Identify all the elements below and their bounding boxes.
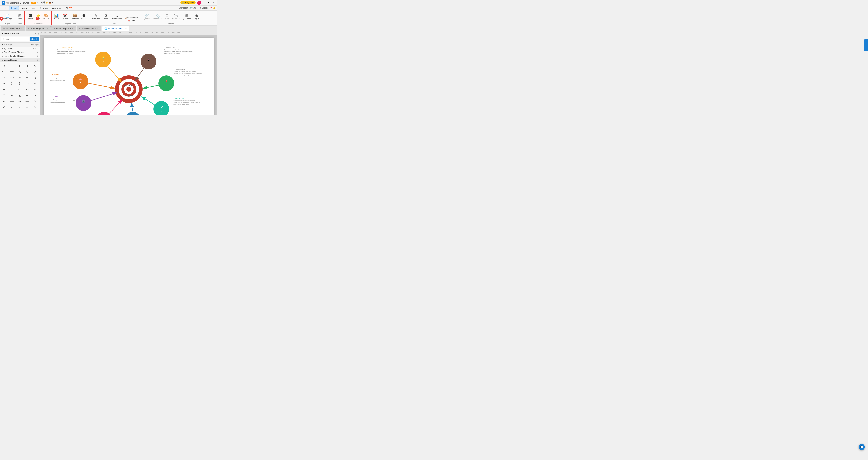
menu-ai[interactable]: AI hot [64, 6, 73, 10]
arrow-shape-35[interactable]: ↰ [32, 98, 38, 104]
my-library-export-btn[interactable]: ↖ [33, 48, 35, 50]
redo-button[interactable]: ↪ [40, 1, 42, 4]
arrow-shape-39[interactable]: ⬐ [24, 104, 31, 110]
save-button[interactable]: 💾 [42, 1, 45, 4]
menu-design[interactable]: Design [19, 6, 29, 10]
attachment-button[interactable]: 📎 Attachment [152, 11, 163, 22]
tab-arrow-diagram-4[interactable]: Arrow diagram 4 ✕ [76, 26, 101, 31]
help-button[interactable]: ❓ [210, 7, 212, 9]
my-library-close-btn[interactable]: ✕ [37, 48, 39, 50]
share-button[interactable]: 🔗 Share [189, 7, 197, 9]
close-button[interactable]: ✕ [212, 1, 215, 4]
plugin-button[interactable]: 🔌 Plug-in [192, 11, 200, 22]
arrow-shape-17[interactable]: ⟫ [9, 81, 15, 86]
tab-arrow-diagram-3[interactable]: Arrow Diagram 3 ✕ [51, 26, 76, 31]
menu-symbols[interactable]: Symbols [38, 6, 50, 10]
arrow-shape-21[interactable]: ↦ [1, 87, 7, 92]
arrow-shape-28[interactable]: ◩ [17, 93, 23, 98]
qr-codes-button[interactable]: ▦ QR Codes [182, 11, 192, 22]
arrow-shape-38[interactable]: ↳ [17, 104, 23, 110]
basic-drawing-shapes-row[interactable]: ▶ Basic Drawing Shapes ✕ [0, 50, 40, 54]
clipart-button[interactable]: 🎨 Clipart [42, 11, 50, 22]
arrow-shape-6[interactable]: ⟵ [1, 69, 7, 74]
hyperlink-button[interactable]: 🔗 Hyperlink [142, 11, 152, 22]
arrow-shape-3[interactable]: ⬇ [17, 63, 23, 68]
arrow-shape-19[interactable]: ⇏ [24, 81, 31, 86]
table-button[interactable]: ⊞ Table [16, 11, 23, 22]
container-button[interactable]: 📦 Container [70, 11, 80, 22]
arrow-shape-7[interactable]: ⟹ [9, 69, 15, 74]
arrow-shape-13[interactable]: ↭ [17, 75, 23, 80]
vector-text-button[interactable]: A Vector Text [90, 11, 101, 22]
arrow-shape-8[interactable]: ⋀ [17, 69, 23, 74]
arrow-shape-5[interactable]: ↖ [32, 63, 38, 68]
arrow-shape-36[interactable]: ↱ [1, 104, 7, 110]
arrow-shape-29[interactable]: ⤂ [24, 93, 31, 98]
options-button[interactable]: ⚙ Options [199, 7, 208, 9]
tab-close-4[interactable]: ✕ [97, 28, 99, 30]
buy-now-button[interactable]: 🛒 Buy Now [180, 1, 196, 4]
tab-close-5[interactable]: ✕ [125, 28, 127, 30]
my-library-add-btn[interactable]: + [35, 48, 36, 50]
arrow-shape-1[interactable]: ➜ [1, 63, 7, 68]
add-tab-button[interactable]: + [130, 27, 134, 31]
picture-button[interactable]: 🖼 Picture [26, 11, 34, 22]
arrow-shape-10[interactable]: ↗ [32, 69, 38, 74]
basic-flowchart-close[interactable]: ✕ [37, 55, 39, 57]
icon-button[interactable]: ⭐ Icon [35, 11, 42, 22]
arrow-shape-22[interactable]: ⇌ [9, 87, 15, 92]
basic-drawing-close[interactable]: ✕ [37, 51, 39, 53]
arrow-shape-32[interactable]: ⟸ [9, 98, 15, 104]
arrow-shape-25[interactable]: ↙ [32, 87, 38, 92]
arrow-shape-20[interactable]: ⊳ [32, 81, 38, 86]
tab-close-2[interactable]: ✕ [46, 28, 48, 30]
tab-close-1[interactable]: ✕ [21, 28, 23, 30]
user-avatar[interactable]: C [197, 1, 201, 5]
date-button[interactable]: 📆 Date [124, 19, 139, 22]
arrow-shape-24[interactable]: ⇔ [24, 87, 31, 92]
arrow-shape-27[interactable]: ⊞ [9, 93, 15, 98]
arrow-shape-15[interactable]: ⤵ [32, 75, 38, 80]
arrow-shapes-close[interactable]: ✕ [37, 59, 39, 61]
restore-button[interactable]: ⧠ [208, 1, 211, 4]
menu-file[interactable]: File [2, 6, 9, 10]
arrow-shape-16[interactable]: ➤ [1, 81, 7, 86]
page-number-button[interactable]: 📋 Page Number [124, 16, 139, 19]
arrow-shape-37[interactable]: ↲ [9, 104, 15, 110]
export-button[interactable]: 📤 [49, 1, 52, 4]
comment-button[interactable]: 💬 Comment [171, 11, 181, 22]
tab-arrow-diagram-1[interactable]: arrow diagram 1 ✕ [1, 26, 25, 31]
menu-insert[interactable]: Insert [9, 6, 19, 10]
search-button[interactable]: Search [30, 37, 39, 41]
tab-business-plan[interactable]: 🌐 Business Plan ... ✕ [102, 26, 129, 31]
basic-flowchart-shapes-row[interactable]: ▶ Basic Flowchart Shapes ✕ [0, 54, 40, 58]
alert-button[interactable]: 🔔 [213, 7, 215, 9]
formula-button[interactable]: Σ Formula [102, 11, 111, 22]
chart-button[interactable]: 📊 Chart [53, 11, 60, 22]
arrow-shape-4[interactable]: ⬆ [24, 63, 31, 68]
tab-close-3[interactable]: ✕ [72, 28, 73, 30]
arrow-shape-12[interactable]: ⟿ [9, 75, 15, 80]
menu-advanced[interactable]: Advanced [50, 6, 64, 10]
font-symbol-button[interactable]: # Font Symbol [111, 11, 123, 22]
arrow-shape-34[interactable]: ⟹ [24, 98, 31, 104]
panel-collapse-button[interactable]: ◁◁ [35, 32, 39, 35]
arrow-shape-18[interactable]: ⟪ [17, 81, 23, 86]
note-button[interactable]: 🗒 Note [163, 11, 170, 22]
more-button[interactable]: ▾ [52, 1, 53, 4]
open-button[interactable]: 📂 [45, 1, 48, 4]
arrow-shape-11[interactable]: ↺ [1, 75, 7, 80]
search-input[interactable] [1, 37, 29, 41]
arrow-shape-14[interactable]: ⇒ [24, 75, 31, 80]
shape-button[interactable]: ⬟ Shape [80, 11, 88, 22]
publish-button[interactable]: 🖨 Publish [179, 7, 188, 9]
arrow-shape-40[interactable]: ⬑ [32, 104, 38, 110]
minimize-button[interactable]: — [203, 1, 206, 4]
arrow-shape-23[interactable]: ⇐ [17, 87, 23, 92]
arrow-shape-33[interactable]: ⇥ [17, 98, 23, 104]
tab-arrow-diagram-2[interactable]: Arrow Diagram 2 ✕ [26, 26, 51, 31]
arrow-shape-30[interactable]: ↴ [32, 93, 38, 98]
manage-button[interactable]: Manage [31, 43, 39, 46]
blank-page-button[interactable]: 📄 Blank Page [2, 11, 13, 22]
arrow-shape-31[interactable]: ⇤ [1, 98, 7, 104]
